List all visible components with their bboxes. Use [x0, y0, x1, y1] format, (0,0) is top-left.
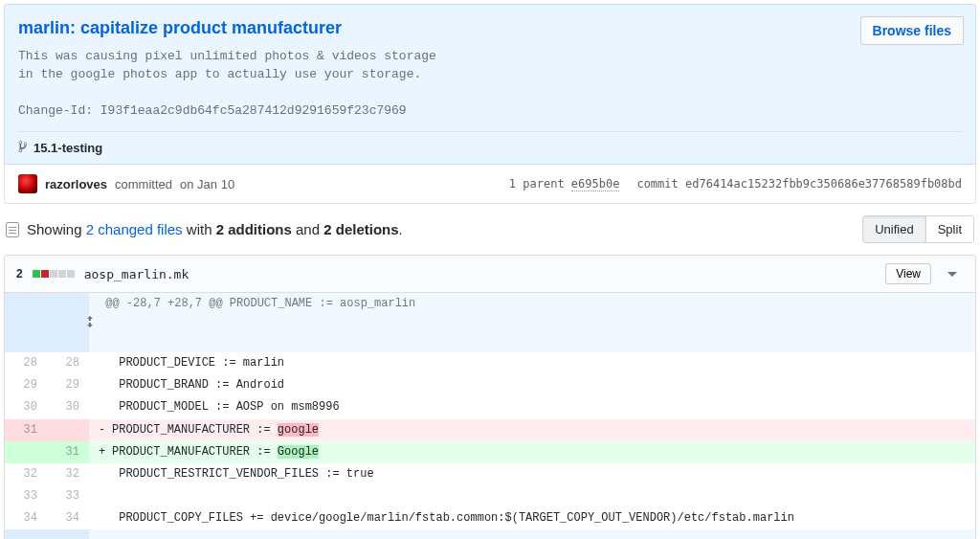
view-file-button[interactable]: View [885, 263, 931, 284]
unified-button[interactable]: Unified [863, 216, 924, 242]
chevron-down-icon[interactable] [941, 265, 964, 282]
additions-count: 2 additions [216, 221, 292, 237]
expand-icon[interactable] [5, 529, 89, 539]
split-button[interactable]: Split [925, 216, 973, 242]
line-number-new[interactable]: 28 [47, 352, 89, 374]
line-number-old[interactable]: 29 [5, 374, 47, 396]
files-icon[interactable] [6, 222, 19, 237]
changed-files-link[interactable]: 2 changed files [86, 221, 183, 237]
line-number-old[interactable]: 28 [5, 352, 47, 374]
commit-sha: ed76414ac15232fbb9c350686e37768589fb08bd [685, 177, 962, 191]
parent-sha-link[interactable]: e695b0e [571, 177, 620, 191]
avatar[interactable] [18, 174, 37, 193]
branch-bar: 15.1-testing [18, 131, 962, 156]
commit-meta-bar: razorloves committed on Jan 10 1 parent … [4, 165, 976, 204]
hunk-header: @@ -28,7 +28,7 @@ PRODUCT_NAME := aosp_m… [5, 293, 975, 352]
commit-title[interactable]: marlin: capitalize product manufacturer [18, 18, 962, 38]
browse-files-button[interactable]: Browse files [860, 16, 964, 45]
branch-name[interactable]: 15.1-testing [33, 141, 102, 155]
parent-info: 1 parent e695b0e [509, 177, 620, 191]
author-link[interactable]: razorloves [45, 177, 107, 191]
diff-mode-toggle: Unified Split [862, 215, 974, 243]
diff-toolbar: Showing 2 changed files with 2 additions… [4, 204, 976, 255]
hunk-text: @@ -28,7 +28,7 @@ PRODUCT_NAME := aosp_m… [89, 293, 975, 352]
line-number-old[interactable]: 34 [5, 507, 47, 529]
line-number-new[interactable]: 33 [47, 485, 89, 507]
commit-sha-info: commit ed76414ac15232fbb9c350686e3776858… [636, 177, 962, 191]
table-row: 32 32 PRODUCT_RESTRICT_VENDOR_FILES := t… [5, 463, 975, 485]
file-header: 2 aosp_marlin.mk View [5, 256, 975, 293]
deletions-count: 2 deletions [323, 221, 398, 237]
table-row: 29 29 PRODUCT_BRAND := Android [5, 374, 975, 396]
table-row: 28 28 PRODUCT_DEVICE := marlin [5, 352, 975, 374]
commit-summary-panel: Browse files marlin: capitalize product … [4, 4, 976, 165]
line-number-new [47, 419, 89, 441]
committed-verb: committed [115, 177, 172, 191]
diffstat-icon [33, 270, 75, 278]
deleted-line: 31 -PRODUCT_MANUFACTURER := google [5, 419, 975, 441]
file-changes-count: 2 [16, 267, 23, 281]
table-row: 30 30 PRODUCT_MODEL := AOSP on msm8996 [5, 396, 975, 418]
table-row: 34 34 PRODUCT_COPY_FILES += device/googl… [5, 507, 975, 529]
line-number-new[interactable]: 29 [47, 374, 89, 396]
added-line: 31 +PRODUCT_MANUFACTURER := Google [5, 441, 975, 463]
table-row: 33 33 [5, 485, 975, 507]
branch-icon [18, 140, 28, 156]
file-diff-panel: 2 aosp_marlin.mk View @@ -28,7 +28,7 @@ … [4, 255, 976, 539]
expand-down-row [5, 529, 975, 539]
line-number-new[interactable]: 32 [47, 463, 89, 485]
line-number-old[interactable]: 32 [5, 463, 47, 485]
file-name[interactable]: aosp_marlin.mk [84, 267, 189, 281]
line-number-new[interactable]: 31 [47, 441, 89, 463]
expand-icon[interactable] [5, 293, 89, 352]
commit-description: This was causing pixel unlimited photos … [18, 48, 962, 120]
line-number-old[interactable]: 30 [5, 396, 47, 418]
line-number-old[interactable]: 31 [5, 419, 47, 441]
line-number-new[interactable]: 34 [47, 507, 89, 529]
line-number-old [5, 441, 47, 463]
diff-summary: Showing 2 changed files with 2 additions… [27, 221, 403, 237]
commit-date: on Jan 10 [180, 177, 234, 191]
diff-table: @@ -28,7 +28,7 @@ PRODUCT_NAME := aosp_m… [5, 293, 975, 539]
line-number-old[interactable]: 33 [5, 485, 47, 507]
line-number-new[interactable]: 30 [47, 396, 89, 418]
